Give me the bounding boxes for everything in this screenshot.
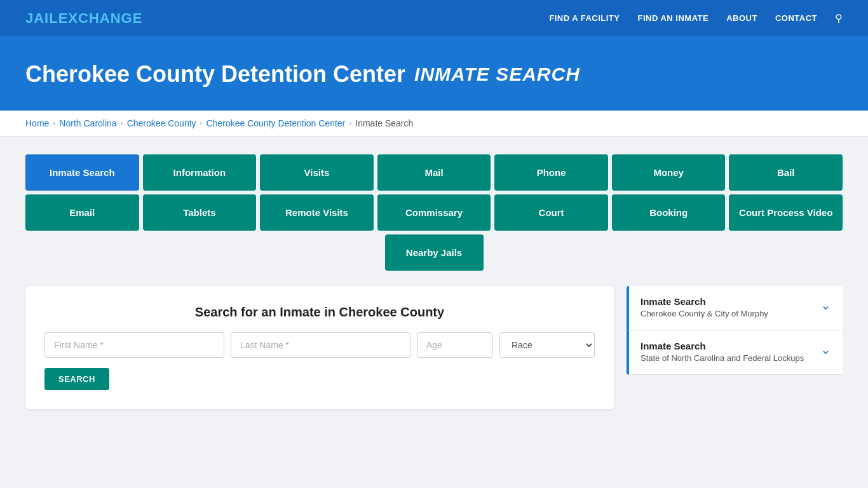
main-content: Inmate Search Information Visits Mail Ph… (0, 137, 868, 427)
tab-inmate-search[interactable]: Inmate Search (25, 154, 139, 191)
nav-about[interactable]: ABOUT (726, 13, 757, 23)
breadcrumb-sep-1: › (53, 119, 55, 128)
breadcrumb-north-carolina[interactable]: North Carolina (59, 118, 116, 128)
tab-nearby-jails[interactable]: Nearby Jails (385, 234, 484, 271)
tab-booking[interactable]: Booking (612, 194, 726, 231)
header: JAILEXCHANGE FIND A FACILITY FIND AN INM… (0, 0, 868, 38)
nav: FIND A FACILITY FIND AN INMATE ABOUT CON… (549, 12, 843, 24)
tabs-grid: Inmate Search Information Visits Mail Ph… (25, 154, 843, 271)
hero-subtitle: INMATE SEARCH (414, 64, 580, 85)
tab-information[interactable]: Information (143, 154, 257, 191)
tab-bail[interactable]: Bail (729, 154, 843, 191)
breadcrumb-cherokee-county[interactable]: Cherokee County (127, 118, 196, 128)
tab-remote-visits[interactable]: Remote Visits (260, 194, 374, 231)
hero-banner: Cherokee County Detention Center INMATE … (0, 38, 868, 111)
sidebar-item-cherokee-text: Inmate Search Cherokee County & City of … (641, 296, 814, 320)
tab-email[interactable]: Email (25, 194, 139, 231)
tab-visits[interactable]: Visits (260, 154, 374, 191)
nav-find-facility[interactable]: FIND A FACILITY (549, 13, 620, 23)
last-name-input[interactable] (231, 332, 410, 358)
logo-exchange: EXCHANGE (58, 10, 143, 26)
sidebar-item-cherokee-subtitle: Cherokee County & City of Murphy (641, 308, 814, 320)
breadcrumb-sep-2: › (121, 119, 123, 128)
search-panel: Search for an Inmate in Cherokee County … (25, 286, 614, 409)
sidebar-item-cherokee[interactable]: Inmate Search Cherokee County & City of … (627, 286, 843, 330)
breadcrumb-sep-3: › (200, 119, 203, 128)
sidebar-item-nc-federal-text: Inmate Search State of North Carolina an… (641, 341, 814, 364)
tab-phone[interactable]: Phone (494, 154, 608, 191)
breadcrumb-detention-center[interactable]: Cherokee County Detention Center (207, 118, 346, 128)
sidebar-item-cherokee-title: Inmate Search (641, 296, 814, 307)
tab-court[interactable]: Court (494, 194, 608, 231)
tabs-row-2: Email Tablets Remote Visits Commissary C… (25, 194, 843, 231)
age-input[interactable] (417, 332, 493, 358)
search-button[interactable]: SEARCH (44, 368, 109, 390)
tabs-row-1: Inmate Search Information Visits Mail Ph… (25, 154, 843, 191)
sidebar-item-nc-federal-title: Inmate Search (641, 341, 814, 351)
race-select[interactable]: Race White Black Hispanic Asian Other (499, 332, 595, 358)
breadcrumb-sep-4: › (349, 119, 351, 128)
hero-title: Cherokee County Detention Center INMATE … (25, 61, 843, 88)
breadcrumb-current: Inmate Search (355, 118, 413, 128)
search-panel-title: Search for an Inmate in Cherokee County (44, 305, 595, 320)
tab-money[interactable]: Money (612, 154, 726, 191)
first-name-input[interactable] (44, 332, 224, 358)
chevron-down-icon-2: ⌄ (820, 342, 831, 357)
nav-find-inmate[interactable]: FIND AN INMATE (637, 13, 709, 23)
sidebar: Inmate Search Cherokee County & City of … (627, 286, 843, 375)
breadcrumb-home[interactable]: Home (25, 118, 49, 128)
search-icon[interactable]: ⚲ (835, 12, 843, 24)
nav-contact[interactable]: CONTACT (775, 13, 817, 23)
hero-facility-name: Cherokee County Detention Center (25, 61, 405, 88)
tabs-row-3: Nearby Jails (25, 234, 843, 271)
chevron-down-icon: ⌄ (820, 297, 831, 313)
sidebar-item-nc-federal[interactable]: Inmate Search State of North Carolina an… (627, 330, 843, 375)
sidebar-item-nc-federal-subtitle: State of North Carolina and Federal Lock… (641, 353, 814, 364)
breadcrumb: Home › North Carolina › Cherokee County … (0, 111, 868, 137)
tab-tablets[interactable]: Tablets (143, 194, 257, 231)
tab-mail[interactable]: Mail (377, 154, 491, 191)
content-row: Search for an Inmate in Cherokee County … (25, 286, 843, 409)
tab-commissary[interactable]: Commissary (377, 194, 491, 231)
logo[interactable]: JAILEXCHANGE (25, 10, 142, 27)
logo-jail: JAIL (25, 10, 58, 26)
search-fields: Race White Black Hispanic Asian Other (44, 332, 595, 358)
tab-court-process-video[interactable]: Court Process Video (729, 194, 843, 231)
